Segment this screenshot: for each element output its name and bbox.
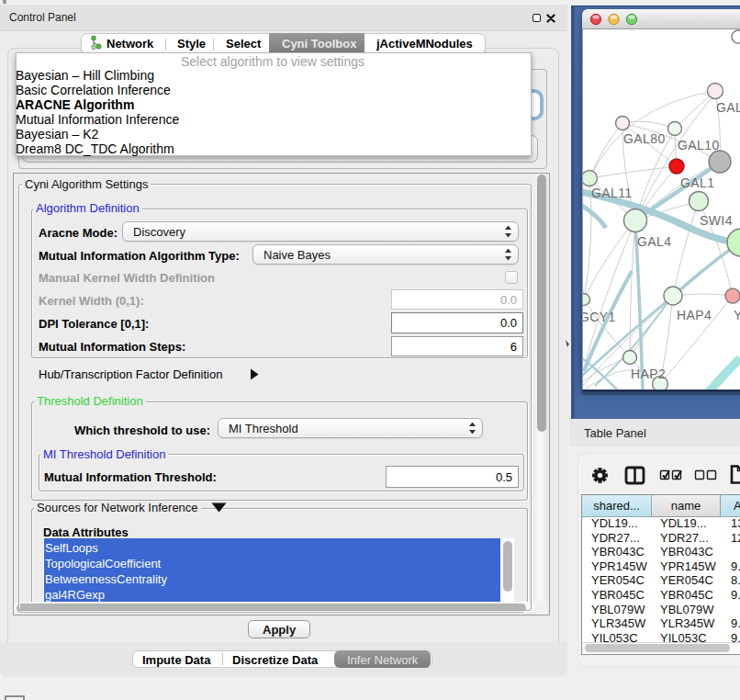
svg-text:HAP4: HAP4 — [677, 308, 712, 322]
svg-text:GAL80: GAL80 — [623, 131, 666, 146]
svg-text:SWI4: SWI4 — [700, 213, 733, 228]
svg-text:GAL4: GAL4 — [637, 234, 671, 249]
svg-text:YM: YM — [734, 308, 740, 322]
svg-text:GCY1: GCY1 — [583, 310, 616, 324]
svg-text:GAL11: GAL11 — [591, 186, 633, 200]
svg-text:GAL7: GAL7 — [716, 100, 740, 115]
svg-text:HAP2: HAP2 — [631, 367, 666, 381]
svg-text:GAL10: GAL10 — [678, 138, 720, 152]
svg-text:GAL1: GAL1 — [680, 175, 714, 190]
